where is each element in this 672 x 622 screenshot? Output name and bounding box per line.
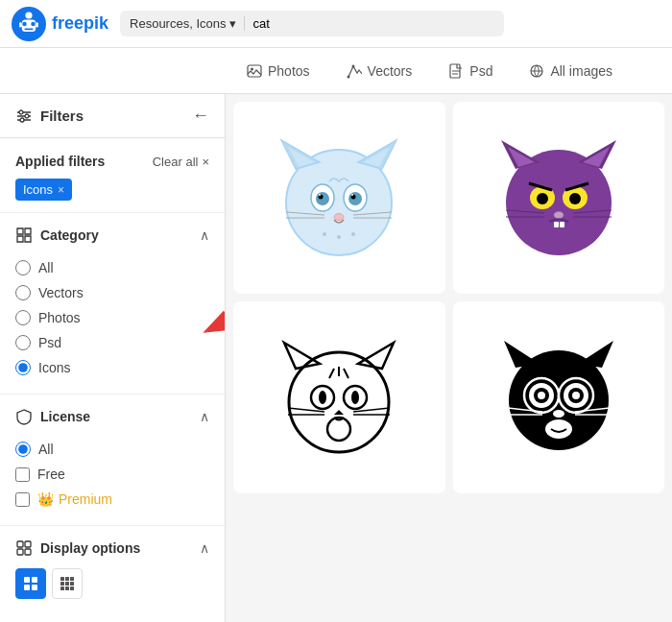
license-premium-item[interactable]: 👑 Premium — [15, 487, 209, 512]
license-all-item[interactable]: All — [15, 437, 209, 462]
svg-rect-34 — [60, 582, 64, 586]
category-photos-item[interactable]: Photos — [15, 305, 209, 330]
svg-rect-36 — [70, 582, 74, 586]
filter-tag-remove-icon: × — [58, 183, 64, 197]
svg-rect-35 — [65, 582, 69, 586]
license-chevron-icon: ∧ — [200, 409, 209, 424]
display-options-section: Display options ∧ — [0, 526, 225, 612]
svg-rect-32 — [65, 577, 69, 581]
license-free-label: Free — [37, 466, 65, 482]
sidebar: Filters ← Applied filters Clear all × Ic… — [0, 94, 226, 622]
category-icons-item[interactable]: Icons — [15, 355, 209, 380]
svg-point-21 — [20, 118, 24, 122]
svg-rect-5 — [25, 28, 34, 30]
blue-cat-icon — [267, 126, 411, 270]
svg-rect-29 — [24, 585, 30, 590]
svg-point-106 — [545, 419, 572, 439]
svg-rect-37 — [60, 586, 64, 590]
clear-all-button[interactable]: Clear all × — [153, 155, 209, 169]
license-all-label: All — [38, 442, 54, 457]
category-items: All Vectors Photos Psd Icons — [15, 255, 209, 380]
category-vectors-radio[interactable] — [15, 285, 31, 300]
svg-point-51 — [319, 194, 321, 196]
svg-rect-8 — [248, 65, 261, 77]
license-premium-checkbox[interactable] — [15, 492, 30, 507]
tab-all-images[interactable]: All images — [513, 55, 629, 87]
svg-point-11 — [351, 64, 354, 67]
psd-tab-icon — [448, 63, 464, 79]
svg-line-93 — [344, 369, 348, 378]
svg-rect-39 — [70, 586, 74, 590]
grid-small-view-button[interactable] — [52, 568, 83, 599]
dropdown-arrow-icon: ▾ — [229, 16, 236, 31]
search-category[interactable]: Resources, Icons ▾ — [130, 16, 245, 31]
filter-tag-label: Icons — [23, 182, 53, 197]
svg-point-85 — [351, 391, 359, 404]
category-section-header[interactable]: Category ∧ — [15, 227, 209, 244]
photos-tab-label: Photos — [268, 63, 310, 79]
applied-filters-title: Applied filters — [15, 154, 105, 169]
image-card-1[interactable] — [233, 102, 445, 294]
license-section-header[interactable]: License ∧ — [15, 408, 209, 425]
image-card-4[interactable] — [453, 301, 665, 493]
display-options-chevron-icon: ∧ — [200, 540, 209, 556]
content-area — [226, 94, 672, 622]
filters-icon — [15, 108, 33, 125]
search-input[interactable] — [252, 16, 494, 31]
image-card-2[interactable] — [453, 102, 665, 294]
icons-filter-tag[interactable]: Icons × — [15, 179, 72, 201]
category-photos-radio[interactable] — [15, 310, 31, 325]
category-psd-radio[interactable] — [15, 335, 31, 350]
search-category-label: Resources, Icons — [130, 16, 226, 31]
svg-point-68 — [537, 193, 548, 204]
category-section-title: Category — [15, 227, 99, 244]
tab-vectors[interactable]: Vectors — [330, 55, 429, 87]
svg-rect-30 — [32, 585, 37, 590]
category-icons-label: Icons — [38, 360, 70, 375]
all-images-tab-icon — [529, 63, 544, 79]
svg-point-20 — [25, 114, 29, 118]
svg-point-4 — [31, 21, 36, 26]
license-all-radio[interactable] — [15, 442, 31, 457]
svg-rect-6 — [19, 22, 22, 27]
svg-rect-7 — [36, 22, 38, 27]
svg-point-9 — [251, 67, 253, 70]
license-premium-label: 👑 Premium — [37, 491, 112, 507]
license-free-checkbox[interactable] — [15, 467, 30, 482]
category-vectors-item[interactable]: Vectors — [15, 280, 209, 305]
tab-psd[interactable]: Psd — [432, 55, 509, 87]
crown-icon: 👑 — [37, 491, 54, 507]
svg-point-86 — [327, 418, 350, 441]
svg-point-104 — [572, 392, 580, 399]
svg-rect-33 — [70, 577, 74, 581]
category-icon — [15, 227, 33, 244]
svg-point-72 — [554, 212, 564, 219]
vectors-tab-icon — [347, 63, 362, 79]
category-icons-radio[interactable] — [15, 360, 31, 375]
sidebar-header: Filters ← — [0, 94, 225, 138]
svg-point-105 — [553, 410, 564, 418]
image-card-3[interactable] — [233, 301, 445, 493]
svg-rect-74 — [560, 222, 564, 227]
svg-point-58 — [323, 232, 326, 236]
category-psd-item[interactable]: Psd — [15, 330, 209, 355]
license-free-item[interactable]: Free — [15, 462, 209, 487]
logo[interactable]: freepik — [12, 7, 108, 41]
svg-rect-25 — [17, 549, 23, 555]
display-options-title-group: Display options — [15, 539, 140, 557]
photos-tab-icon — [247, 63, 262, 79]
grid-large-view-button[interactable] — [15, 568, 46, 599]
grid-large-icon — [23, 576, 38, 591]
applied-filters-section: Applied filters Clear all × Icons × — [0, 138, 225, 213]
svg-marker-95 — [504, 341, 540, 368]
sidebar-back-button[interactable]: ← — [192, 106, 209, 126]
license-section-title: License — [15, 408, 90, 425]
tabs-bar: Photos Vectors Psd All images — [0, 48, 672, 94]
category-all-radio[interactable] — [15, 260, 31, 275]
tab-photos[interactable]: Photos — [230, 55, 326, 87]
display-options-header[interactable]: Display options ∧ — [15, 539, 209, 557]
svg-point-48 — [348, 192, 362, 205]
license-filter-section: License ∧ All Free 👑 Premium — [0, 395, 225, 526]
svg-rect-27 — [24, 577, 30, 583]
category-all-item[interactable]: All — [15, 255, 209, 280]
